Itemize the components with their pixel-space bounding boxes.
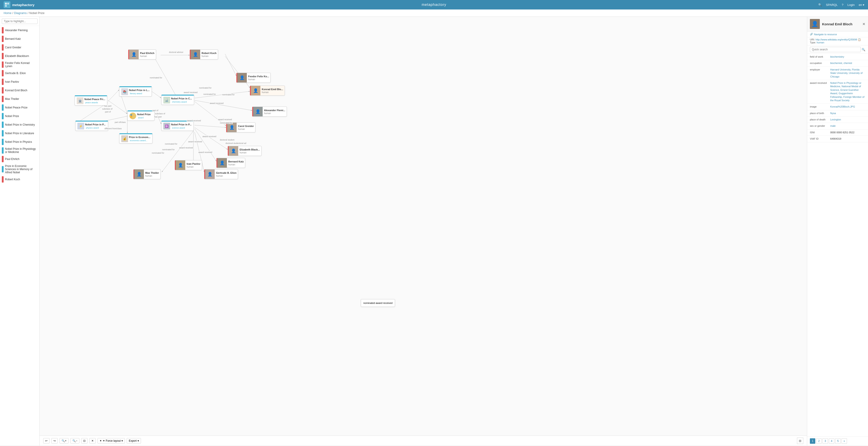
panel-key-5: place of birth — [810, 112, 830, 115]
page-btn-4[interactable]: 4 — [829, 438, 834, 444]
panel-row-1: occupation biochemist, chemist — [807, 60, 868, 66]
panel-close-button[interactable]: ✕ — [862, 22, 865, 26]
panel-search-icon[interactable]: 🔍 — [862, 48, 865, 51]
node-nobel-science[interactable]: ⚛️ Nobel Prize in P... science award — [161, 121, 194, 131]
edge-label-nominated-4: nominated for — [222, 94, 235, 96]
app-logo[interactable]: metaphactory — [4, 1, 34, 8]
sidebar-item-label-12: Nobel Prize in Literature — [5, 132, 34, 135]
breadcrumb-diagrams[interactable]: Diagrams — [14, 11, 27, 15]
force-layout-button[interactable]: ✦ ✦ Force layout ▾ — [97, 438, 125, 444]
sidebar-item-11[interactable]: Nobel Prize in Chemistry — [0, 121, 39, 129]
export-button[interactable]: Export ▾ — [127, 438, 141, 444]
sidebar-item-1[interactable]: Bernard Katz — [0, 35, 39, 43]
sidebar-item-7[interactable]: Konrad Emil Bloch — [0, 86, 39, 95]
page-btn-»[interactable]: » — [841, 438, 847, 444]
page-btn-3[interactable]: 3 — [823, 438, 828, 444]
panel-val-3[interactable]: Nobel Prize in Physiology or Medicine, N… — [830, 81, 865, 102]
edge-label-nominated-7: nominated for — [162, 148, 175, 151]
panel-row-3: award received Nobel Prize in Physiology… — [807, 80, 868, 104]
node-gertrude-elion[interactable]: 👤 Gertrude B. Elion human — [204, 169, 238, 179]
sidebar-item-12[interactable]: Nobel Prize in Literature — [0, 129, 39, 138]
zoom-out-button[interactable]: 🔍− — [70, 438, 80, 444]
zoom-in-button[interactable]: 🔍+ — [60, 438, 68, 444]
node-nobel-literature[interactable]: 📚 Nobel Prize in L... literary award — [119, 86, 152, 97]
sparql-link[interactable]: SPARQL — [826, 3, 838, 6]
node-prize-tag: award — [137, 116, 151, 119]
node-alexander-fleming[interactable]: 👤 Alexander Flemi... human — [252, 107, 287, 116]
panel-val-4[interactable]: Konrad%20Bloch.JPG — [830, 105, 865, 108]
node-ivan-pavlov[interactable]: 👤 Ivan Pavlov human — [175, 160, 202, 170]
node-konrad-bloch[interactable]: 👤 Konrad Emil Blo... human — [250, 85, 285, 96]
reset-button[interactable]: ✕ — [89, 438, 96, 444]
sidebar-item-4[interactable]: Feodor Felix Konrad Lynen — [0, 60, 39, 69]
sidebar-item-label-15: Paul Ehrlich — [5, 158, 20, 161]
node-nobel-prize[interactable]: 🏅 Nobel Prize award — [127, 110, 155, 121]
node-feodor-felix[interactable]: 👤 Feodor Felix Ko... human — [237, 73, 271, 83]
sidebar-item-label-17: Robert Koch — [5, 178, 20, 181]
sidebar-item-dot-10 — [2, 113, 4, 119]
node-phys-tag: physics award — [85, 127, 106, 129]
sidebar-item-0[interactable]: Alexander Fleming — [0, 26, 39, 35]
edge-label-diff-from: different from/class — [104, 128, 122, 130]
sidebar-item-3[interactable]: Elizabeth Blackburn — [0, 52, 39, 60]
sidebar-item-2[interactable]: Carol Greider — [0, 43, 39, 52]
node-bernard-katz[interactable]: 👤 Bernard Katz human — [216, 158, 245, 168]
node-paul-ehrlich[interactable]: 👤 Paul Ehrlich human — [128, 49, 156, 60]
panel-val-1[interactable]: biochemist, chemist — [830, 62, 865, 65]
panel-search-input[interactable] — [810, 47, 861, 52]
node-robert-koch[interactable]: 👤 Robert Koch human — [190, 49, 218, 60]
node-sci-name: Nobel Prize in P... — [171, 123, 192, 126]
sidebar-item-15[interactable]: Paul Ehrlich — [0, 155, 39, 163]
uri-value[interactable]: http://www.wikidata.org/entity/Q35698 — [815, 38, 857, 41]
fit-button[interactable]: ⊡ — [81, 438, 88, 444]
help-icon[interactable]: ? — [842, 3, 843, 6]
sidebar-item-9[interactable]: Nobel Peace Prize — [0, 103, 39, 112]
panel-val-2[interactable]: Harvard University, Florida State Univer… — [830, 68, 865, 78]
node-nobel-chemistry[interactable]: 🔬 Nobel Prize in C... chemistry award — [161, 95, 194, 105]
node-robert-koch-image: 👤 — [191, 50, 200, 59]
sidebar-item-label-13: Nobel Prize in Physics — [5, 140, 32, 143]
topnav: metaphactory metaphactory 🔍 SPARQL ? Log… — [0, 0, 868, 9]
breadcrumb-home[interactable]: Home — [4, 11, 11, 15]
undo-button[interactable]: ↩ — [43, 438, 50, 444]
sidebar-search-input[interactable] — [2, 19, 37, 24]
node-prize-economics[interactable]: 💰 Prize in Econom... economics award... — [119, 133, 152, 143]
language-selector[interactable]: en ▾ — [859, 3, 864, 6]
expand-button[interactable]: ⊞ — [797, 438, 803, 444]
sidebar-item-label-7: Konrad Emil Bloch — [5, 89, 27, 92]
sidebar-item-6[interactable]: Ivan Pavlov — [0, 77, 39, 86]
node-elizabeth-blackburn[interactable]: 👤 Elizabeth Black... human — [228, 146, 261, 156]
node-nobel-peace[interactable]: 🏛️ Nobel Peace Pri... peace awards — [75, 95, 107, 105]
sidebar-item-label-16: Prize in Economic Sciences in Memory of … — [5, 165, 37, 174]
node-peace-name: Nobel Peace Pri... — [84, 98, 105, 101]
edge-label-part-class: part of/class — [114, 121, 126, 123]
page-btn-5[interactable]: 5 — [835, 438, 841, 444]
panel-val-6[interactable]: Lexington — [830, 118, 865, 121]
node-nobel-physics[interactable]: ⚡ Nobel Prize in P... physics award — [75, 121, 108, 131]
panel-title: Konrad Emil Bloch — [822, 22, 860, 26]
sidebar-item-10[interactable]: Nobel Prize — [0, 112, 39, 121]
copy-uri-icon[interactable]: 📋 — [858, 38, 861, 41]
redo-button[interactable]: ↪ — [51, 438, 58, 444]
login-button[interactable]: Login — [847, 3, 855, 6]
node-max-theiler[interactable]: 👤 Max Theiler human — [133, 169, 161, 179]
sidebar-item-16[interactable]: Prize in Economic Sciences in Memory of … — [0, 163, 39, 175]
page-btn-1[interactable]: 1 — [810, 438, 815, 444]
sidebar-item-8[interactable]: Max Theiler — [0, 95, 39, 103]
search-icon[interactable]: 🔍 — [818, 3, 822, 6]
sidebar-item-17[interactable]: Robert Koch — [0, 175, 39, 184]
panel-val-7[interactable]: male — [830, 124, 865, 128]
panel-key-9: VIAF ID — [810, 137, 830, 141]
sidebar-item-14[interactable]: Nobel Prize in Physiology or Medicine — [0, 146, 39, 155]
node-econ-tag: economics award... — [129, 139, 150, 142]
page-btn-2[interactable]: 2 — [816, 438, 822, 444]
main-layout: Alexander FlemingBernard KatzCarol Greid… — [0, 17, 868, 446]
sidebar-item-5[interactable]: Gertrude B. Elion — [0, 69, 39, 77]
app-title: metaphactory — [422, 3, 446, 7]
panel-val-5[interactable]: Nysa — [830, 112, 865, 115]
panel-val-0[interactable]: biochemistry — [830, 55, 865, 59]
sidebar-item-13[interactable]: Nobel Prize in Physics — [0, 138, 39, 146]
node-max-type: human — [145, 175, 159, 177]
panel-navigate-link[interactable]: 🔗 Navigate to resource — [807, 31, 868, 37]
node-lit-name: Nobel Prize in L... — [129, 89, 150, 92]
